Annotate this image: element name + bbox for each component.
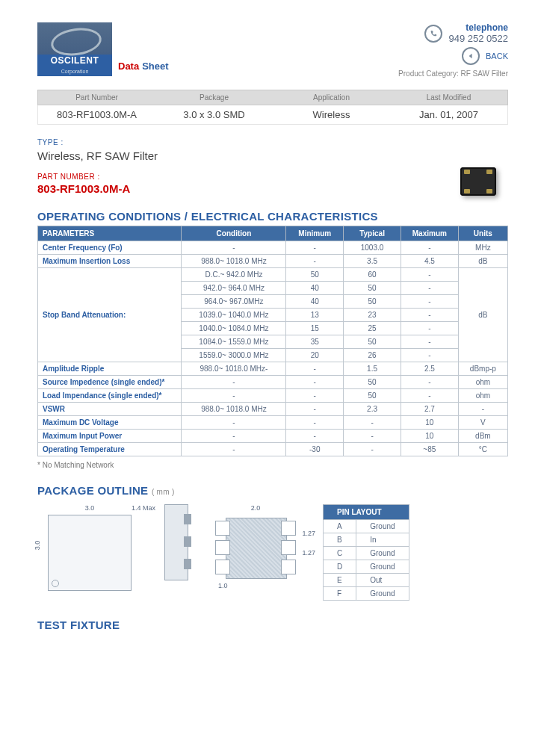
spec-cell: 10 — [401, 416, 458, 430]
info-header: Last Modified — [390, 90, 507, 105]
spec-cell: 1559.0~ 3000.0 MHz — [182, 349, 286, 362]
info-bar-values: 803-RF1003.0M-A 3.0 x 3.0 SMD Wireless J… — [37, 105, 508, 125]
section-package-unit: ( mm ) — [152, 488, 175, 496]
spec-cell: D.C.~ 942.0 MHz — [182, 268, 286, 282]
spec-param: Amplitude Ripple — [38, 362, 182, 376]
spec-cell: 35 — [286, 335, 344, 349]
spec-cell: - — [401, 376, 458, 389]
spec-cell: 1040.0~ 1084.0 MHz — [182, 322, 286, 335]
spec-units: ohm — [458, 389, 507, 403]
pin-cell: C — [324, 547, 356, 560]
datasheet-label: Data Sheet — [118, 61, 169, 76]
info-value: Wireless — [273, 105, 390, 124]
spec-cell: 26 — [344, 349, 401, 362]
info-value: Jan. 01, 2007 — [390, 105, 507, 124]
spec-cell: 50 — [344, 376, 401, 389]
type-value: Wireless, RF SAW Filter — [37, 149, 508, 162]
pkg-dim-thick: 1.4 Max — [132, 504, 155, 512]
spec-cell: 942.0~ 964.0 MHz — [182, 282, 286, 295]
spec-cell: 13 — [286, 309, 344, 322]
spec-cell: - — [286, 362, 344, 376]
spec-cell: - — [286, 376, 344, 389]
back-icon[interactable] — [462, 47, 480, 65]
datasheet-label-blue: Sheet — [142, 61, 168, 72]
spec-param: Operating Temperature — [38, 443, 182, 456]
pin-cell: E — [324, 574, 356, 587]
spec-cell: - — [401, 241, 458, 255]
spec-cell: 60 — [344, 268, 401, 282]
info-value: 3.0 x 3.0 SMD — [155, 105, 273, 124]
spec-cell: 988.0~ 1018.0 MHz- — [182, 362, 286, 376]
package-top-view: 3.0 3.0 1.4 Max — [37, 504, 142, 594]
pin-cell: D — [324, 560, 356, 574]
spec-cell: 2.7 — [401, 403, 458, 416]
table-row: Maximum Input Power---10dBm — [38, 430, 508, 443]
table-row: Source Impedence (single ended)*--50-ohm — [38, 376, 508, 389]
pkg-fp-gap: 1.27 — [302, 530, 315, 537]
logo-block: OSCILENT Corporation Data Sheet — [37, 22, 169, 76]
spec-units: ohm — [458, 376, 507, 389]
table-row: BIn — [324, 533, 409, 547]
spec-units: V — [458, 416, 507, 430]
spec-cell: 50 — [344, 389, 401, 403]
info-header: Application — [273, 90, 390, 105]
spec-cell: - — [344, 416, 401, 430]
spec-param: Stop Band Attenuation: — [38, 268, 182, 362]
pkg-dim-width: 3.0 — [37, 504, 142, 512]
spec-cell: 988.0~ 1018.0 MHz — [182, 403, 286, 416]
spec-cell: - — [401, 335, 458, 349]
spec-cell: 10 — [401, 430, 458, 443]
spec-cell: 964.0~ 967.0MHz — [182, 295, 286, 309]
back-link[interactable]: BACK — [486, 52, 508, 61]
spec-cell: -30 — [286, 443, 344, 456]
spec-cell: - — [182, 443, 286, 456]
spec-cell: - — [182, 416, 286, 430]
spec-cell: - — [286, 241, 344, 255]
spec-header: PARAMETERS — [38, 226, 182, 241]
spec-cell: 3.5 — [344, 255, 401, 268]
spec-cell: 23 — [344, 309, 401, 322]
package-side-view — [164, 504, 188, 580]
table-row: VSWR988.0~ 1018.0 MHz-2.32.7- — [38, 403, 508, 416]
spec-cell: 20 — [286, 349, 344, 362]
pin-cell: Ground — [356, 560, 409, 574]
spec-cell: - — [401, 349, 458, 362]
spec-cell: 2.5 — [401, 362, 458, 376]
pin-cell: In — [356, 533, 409, 547]
section-package-title: PACKAGE OUTLINE — [37, 484, 148, 497]
part-number-value: 803-RF1003.0M-A — [37, 182, 508, 195]
section-package-outline: PACKAGE OUTLINE ( mm ) — [37, 484, 508, 497]
spec-param: VSWR — [38, 403, 182, 416]
spec-cell: 40 — [286, 282, 344, 295]
type-label: TYPE : — [37, 138, 508, 146]
brand-subtitle: Corporation — [37, 69, 112, 74]
section-test-fixture: TEST FIXTURE — [37, 619, 508, 631]
spec-cell: ~85 — [401, 443, 458, 456]
pkg-dim-height: 3.0 — [34, 541, 41, 551]
pin-cell: Ground — [356, 587, 409, 601]
spec-units: °C — [458, 443, 507, 456]
pin-cell: Ground — [356, 520, 409, 533]
brand-logo: OSCILENT Corporation — [37, 22, 112, 76]
part-number-label: PART NUMBER : — [37, 173, 508, 181]
table-row: Load Impendance (single ended)*--50-ohm — [38, 389, 508, 403]
spec-header: Typical — [344, 226, 401, 241]
brand-name: OSCILENT — [37, 55, 112, 66]
footnote: * No Matching Network — [37, 461, 508, 469]
spec-param: Center Frequency (Fo) — [38, 241, 182, 255]
pin-header: PIN LAYOUT — [324, 505, 409, 520]
spec-units: - — [458, 403, 507, 416]
spec-cell: 988.0~ 1018.0 MHz — [182, 255, 286, 268]
telephone-number: 949 252 0522 — [448, 33, 508, 44]
spec-cell: - — [344, 443, 401, 456]
info-header: Package — [155, 90, 273, 105]
spec-header: Maximum — [401, 226, 458, 241]
spec-cell: 1039.0~ 1040.0 MHz — [182, 309, 286, 322]
spec-cell: 50 — [344, 295, 401, 309]
section-operating-conditions: OPERATING CONDITIONS / ELECTRICAL CHARAC… — [37, 210, 508, 223]
spec-units: MHz — [458, 241, 507, 255]
spec-cell: 2.3 — [344, 403, 401, 416]
pkg-fp-width: 2.0 — [211, 504, 300, 512]
spec-units: dBmp-p — [458, 362, 507, 376]
spec-header: Units — [458, 226, 507, 241]
